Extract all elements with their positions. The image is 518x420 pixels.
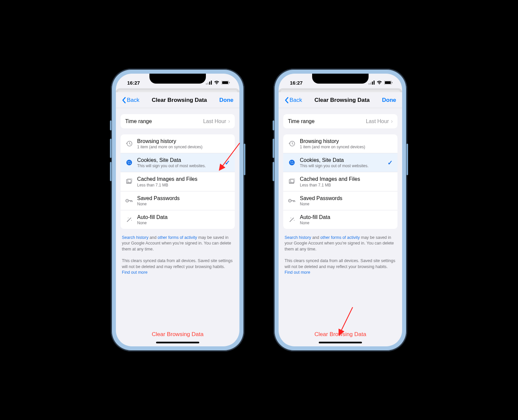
side-button <box>273 162 274 181</box>
done-button[interactable]: Done <box>382 97 396 104</box>
other-activity-link[interactable]: other forms of activity <box>320 235 360 240</box>
side-button <box>273 139 274 158</box>
row-title: Cached Images and Files <box>300 176 393 182</box>
nav-bar: Back Clear Browsing Data Done <box>116 92 239 108</box>
side-button <box>273 120 274 130</box>
search-history-link[interactable]: Search history <box>285 235 311 240</box>
find-out-more-link[interactable]: Find out more <box>122 270 147 275</box>
row-sub: Less than 7.1 MB <box>300 183 393 187</box>
home-indicator[interactable] <box>156 342 199 343</box>
row-title: Browsing history <box>137 138 230 144</box>
footer-note-1: Search history and other forms of activi… <box>121 235 235 258</box>
wifi-icon <box>377 81 382 85</box>
cookie-icon <box>289 159 295 166</box>
footer-note-2: This clears synced data from all devices… <box>121 258 235 282</box>
svg-point-40 <box>294 220 295 221</box>
row-browsing-history[interactable]: Browsing history1 item (and more on sync… <box>283 134 397 153</box>
row-sub: This will sign you out of most websites. <box>300 164 388 168</box>
time-range-value: Last Hour <box>203 118 226 124</box>
svg-rect-5 <box>222 81 228 84</box>
svg-rect-6 <box>229 82 230 83</box>
row-title: Cookies, Site Data <box>137 157 225 163</box>
wand-icon <box>126 216 132 223</box>
history-icon <box>126 140 132 147</box>
cellular-icon <box>369 81 375 85</box>
done-button[interactable]: Done <box>219 97 234 104</box>
key-icon <box>288 198 296 203</box>
svg-point-31 <box>292 161 293 162</box>
svg-rect-26 <box>385 81 391 84</box>
time-range-row[interactable]: Time range Last Hour › <box>121 114 235 128</box>
time-range-row[interactable]: Time range Last Hour › <box>283 114 397 128</box>
row-autofill[interactable]: Auto-fill DataNone <box>283 210 397 229</box>
screen: 16:27 Back Clear Browsing Data Done <box>279 74 402 346</box>
key-icon <box>126 198 133 203</box>
row-browsing-history[interactable]: Browsing history1 item (and more on sync… <box>121 134 235 153</box>
wifi-icon <box>214 81 219 85</box>
time-range-label: Time range <box>288 118 366 124</box>
phone-mockup-left: 16:27 Back Clear Browsing Data Done <box>111 69 244 351</box>
back-button[interactable]: Back <box>285 97 302 104</box>
svg-point-15 <box>128 180 129 181</box>
content: Time range Last Hour › Browsing history1… <box>116 108 239 346</box>
data-types-group: Browsing history1 item (and more on sync… <box>283 134 397 229</box>
cellular-icon <box>206 81 212 85</box>
svg-point-18 <box>128 218 129 218</box>
svg-rect-0 <box>206 83 207 85</box>
home-indicator[interactable] <box>319 342 362 343</box>
svg-point-17 <box>127 200 128 201</box>
svg-point-36 <box>290 180 291 181</box>
row-cached[interactable]: Cached Images and FilesLess than 7.1 MB <box>121 172 235 191</box>
svg-point-38 <box>290 200 291 201</box>
phone-frame: 16:27 Back Clear Browsing Data Done <box>111 69 244 351</box>
time-range-label: Time range <box>125 118 203 124</box>
status-icons <box>369 81 393 85</box>
back-button[interactable]: Back <box>122 97 139 104</box>
modal-stack-hint <box>279 88 402 92</box>
data-types-group: Browsing history1 item (and more on sync… <box>121 134 235 229</box>
find-out-more-link[interactable]: Find out more <box>285 270 310 275</box>
row-cookies[interactable]: Cookies, Site DataThis will sign you out… <box>121 153 235 172</box>
svg-rect-22 <box>370 83 371 85</box>
row-cached[interactable]: Cached Images and FilesLess than 7.1 MB <box>283 172 397 191</box>
row-title: Saved Passwords <box>137 195 230 201</box>
chevron-right-icon: › <box>228 118 230 125</box>
row-title: Auto-fill Data <box>300 214 393 220</box>
time-range-group: Time range Last Hour › <box>283 114 397 128</box>
svg-rect-23 <box>372 82 373 85</box>
row-title: Cached Images and Files <box>137 176 230 182</box>
svg-point-8 <box>127 160 132 166</box>
row-sub: 1 item (and more on synced devices) <box>300 145 393 149</box>
row-cookies[interactable]: Cookies, Site DataThis will sign you out… <box>283 153 397 172</box>
row-passwords[interactable]: Saved PasswordsNone <box>283 191 397 210</box>
status-time: 16:27 <box>127 80 140 86</box>
image-icon <box>126 178 132 185</box>
svg-point-19 <box>131 220 132 221</box>
back-label: Back <box>127 97 139 104</box>
side-button <box>110 120 112 130</box>
svg-point-30 <box>291 162 292 163</box>
side-button <box>110 162 112 181</box>
search-history-link[interactable]: Search history <box>122 235 148 240</box>
row-title: Browsing history <box>300 138 393 144</box>
svg-rect-3 <box>211 81 212 85</box>
nav-bar: Back Clear Browsing Data Done <box>279 92 402 108</box>
notch <box>149 74 206 84</box>
other-activity-link[interactable]: other forms of activity <box>158 235 197 240</box>
row-autofill[interactable]: Auto-fill DataNone <box>121 210 235 229</box>
checkmark-icon: ✓ <box>388 159 393 167</box>
svg-rect-1 <box>208 83 209 85</box>
side-button <box>244 144 245 175</box>
notch <box>312 74 369 84</box>
svg-point-29 <box>289 160 295 166</box>
back-label: Back <box>290 97 302 104</box>
battery-icon <box>221 81 230 85</box>
side-button <box>110 139 112 158</box>
row-passwords[interactable]: Saved PasswordsNone <box>121 191 235 210</box>
modal-stack-hint <box>116 88 239 92</box>
battery-icon <box>384 81 393 85</box>
svg-rect-2 <box>209 82 210 85</box>
chevron-right-icon: › <box>391 118 393 125</box>
footer-note-2: This clears synced data from all devices… <box>283 258 397 282</box>
svg-rect-27 <box>392 82 392 83</box>
